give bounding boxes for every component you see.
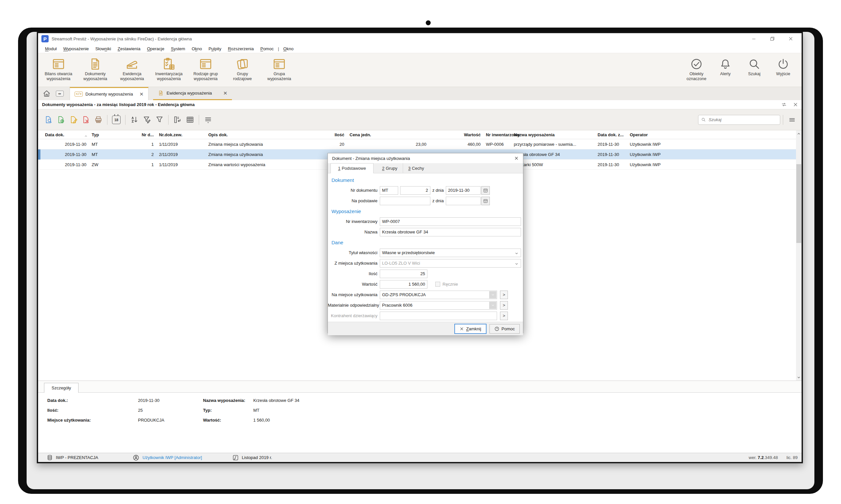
menu-pomoc[interactable]: Pomoc: [257, 45, 276, 52]
filter-edit-button[interactable]: [141, 113, 153, 126]
minimize-icon[interactable]: [751, 36, 757, 42]
nr-inwentarzowy-field[interactable]: WP-0007: [380, 217, 521, 226]
column-header-0[interactable]: Data dok.: [38, 132, 89, 137]
rows-menu-button[interactable]: [202, 113, 214, 126]
tytul-wlasnosci-select[interactable]: Własne w przedsiębiorstwie: [380, 249, 521, 257]
tab-szczegoly[interactable]: Szczegóły: [44, 383, 78, 393]
menu-wyposażenie[interactable]: Wyposażenie: [60, 45, 92, 52]
column-header-7[interactable]: Wartość: [429, 132, 483, 137]
sort-az-button[interactable]: [128, 113, 141, 126]
menu-słowniki[interactable]: Słowniki: [92, 45, 114, 52]
scroll-down-icon[interactable]: [796, 374, 802, 380]
table-row[interactable]: 2019-11-30MT11/11/2019Zmiana miejsca uży…: [38, 139, 796, 149]
menu-okno[interactable]: Okno: [280, 45, 296, 52]
materialnie-more-button[interactable]: >: [500, 301, 508, 310]
dialog-tab-grupy[interactable]: 2 Grupy: [377, 163, 403, 173]
column-header-11[interactable]: Operator: [627, 132, 796, 137]
status-user[interactable]: Użytkownik IWP [Administrator]: [143, 455, 202, 460]
kontrahent-field[interactable]: [380, 311, 497, 320]
doc-date-field[interactable]: 2019-11-30: [446, 186, 480, 195]
calendar-picker-icon[interactable]: [481, 197, 490, 205]
column-header-9[interactable]: Nazwa wyposażenia: [511, 132, 595, 137]
vertical-scrollbar[interactable]: [796, 130, 802, 380]
menu-moduł[interactable]: Moduł: [42, 45, 59, 52]
print-button[interactable]: [92, 113, 104, 126]
ribbon-button-bilans[interactable]: Bilans otwarciawyposażenia: [40, 54, 77, 86]
calendar-filter-button[interactable]: 18: [110, 113, 123, 126]
ribbon-button-dokumenty[interactable]: Dokumentywyposażenia: [77, 54, 114, 86]
combo-dropdown-icon[interactable]: [489, 302, 496, 309]
menu-operacje[interactable]: Operacje: [144, 45, 167, 52]
dialog-tab-cechy[interactable]: 3 Cechy: [403, 163, 430, 173]
podstawa-date-field[interactable]: [446, 197, 480, 205]
dock-icon[interactable]: [781, 102, 787, 107]
close-view-icon[interactable]: [793, 102, 798, 107]
z-miejsca-select[interactable]: LO-LO5 ZLO V Wici: [380, 259, 521, 268]
na-miejsce-select[interactable]: GD-ZPS PRODUKCJA: [380, 291, 497, 299]
status-period[interactable]: Listopad 2019 r.: [242, 455, 272, 460]
tab-navigation-button[interactable]: ◂▸: [54, 88, 66, 99]
column-header-4[interactable]: Opis dok.: [206, 132, 319, 137]
na-miejsce-more-button[interactable]: >: [500, 291, 508, 299]
ribbon-button-grupa[interactable]: Grupawyposażenia: [261, 54, 298, 86]
ribbon-button-check-circle[interactable]: Obiektyoznaczone: [682, 54, 711, 86]
podstawa-field[interactable]: [380, 197, 431, 205]
ribbon-button-grupy[interactable]: Grupyrodzajowe: [224, 54, 261, 86]
column-header-10[interactable]: Data dok. z...: [595, 132, 627, 137]
home-button[interactable]: [41, 88, 53, 99]
tab-close-icon[interactable]: ✕: [223, 90, 227, 96]
scroll-up-icon[interactable]: [796, 130, 802, 137]
column-header-8[interactable]: Nr inwentarzowy: [483, 132, 511, 137]
close-icon[interactable]: [788, 36, 794, 42]
status-database[interactable]: IWP - PREZENTACJA: [56, 455, 98, 460]
wartosc-field[interactable]: 1 560,00: [380, 280, 427, 289]
hamburger-menu-button[interactable]: [786, 113, 798, 126]
table-grid-button[interactable]: [183, 113, 196, 126]
column-header-3[interactable]: Nr.dok.zew.: [156, 132, 206, 137]
doc-number-field[interactable]: 2: [400, 186, 431, 195]
column-header-6[interactable]: Cena jedn.: [347, 132, 429, 137]
filter-button[interactable]: [153, 113, 165, 126]
ribbon-button-bell[interactable]: Alerty: [711, 54, 740, 86]
column-header-2[interactable]: Nr d...: [135, 132, 156, 137]
add-document-button[interactable]: [54, 113, 67, 126]
nazwa-field[interactable]: Krzesła obrotowe GF 34: [380, 228, 521, 236]
view-tab[interactable]: Ewidencja wyposażenia ✕: [153, 87, 232, 100]
column-header-1[interactable]: Typ: [89, 132, 135, 137]
columns-move-button[interactable]: [171, 113, 183, 126]
recznie-checkbox[interactable]: [435, 282, 440, 287]
ribbon-button-rodzaje[interactable]: Rodzaje grupwyposażenia: [187, 54, 224, 86]
combo-dropdown-icon[interactable]: [489, 291, 496, 299]
pomoc-button[interactable]: Pomoc: [490, 324, 520, 334]
doc-type-field[interactable]: MT: [380, 186, 398, 195]
restore-icon[interactable]: [769, 36, 775, 42]
ribbon-button-search[interactable]: Szukaj: [740, 54, 769, 86]
tab-close-icon[interactable]: ✕: [139, 91, 143, 97]
kontrahent-more-button[interactable]: >: [500, 311, 508, 320]
menu-okno[interactable]: Okno: [189, 45, 205, 52]
ribbon-label: Grupa: [274, 72, 285, 76]
menu-zestawienia[interactable]: Zestawienia: [115, 45, 143, 52]
menu-pulpity[interactable]: Pulpity: [206, 45, 224, 52]
ribbon-button-ewidencja[interactable]: Ewidencjawyposażenia: [114, 54, 151, 86]
calendar-picker-icon[interactable]: [481, 186, 490, 195]
ribbon-button-power[interactable]: Wyjście: [769, 54, 798, 86]
dialog-close-icon[interactable]: [514, 156, 519, 161]
menu-rozszerzenia[interactable]: Rozszerzenia: [225, 45, 257, 52]
z-miejsca-value: LO-LO5 ZLO V Wici: [382, 261, 420, 266]
search-input[interactable]: [708, 117, 777, 123]
dialog-tab-podstawowe[interactable]: 1 Podstawowe: [331, 163, 373, 173]
ilosc-field[interactable]: 25: [380, 270, 427, 278]
column-header-5[interactable]: Ilość: [319, 132, 347, 137]
materialnie-odpowiedzialny-select[interactable]: Pracownik 6006: [380, 301, 497, 310]
menu-system[interactable]: System: [168, 45, 188, 52]
titlebar: P Streamsoft Prestiż - Wyposażenie (na s…: [38, 33, 802, 44]
view-tab[interactable]: </> Dokumenty wyposażenia ✕: [70, 87, 148, 100]
preview-document-icon: [44, 115, 53, 124]
edit-document-button[interactable]: [67, 113, 80, 126]
preview-document-button[interactable]: [42, 113, 54, 126]
delete-document-button[interactable]: [80, 113, 92, 126]
ribbon-button-inwentaryzacja[interactable]: Inwentaryzacjawyposażenia: [151, 54, 187, 86]
zamknij-button[interactable]: Zamknij: [455, 324, 486, 334]
scrollbar-thumb[interactable]: [796, 164, 801, 243]
